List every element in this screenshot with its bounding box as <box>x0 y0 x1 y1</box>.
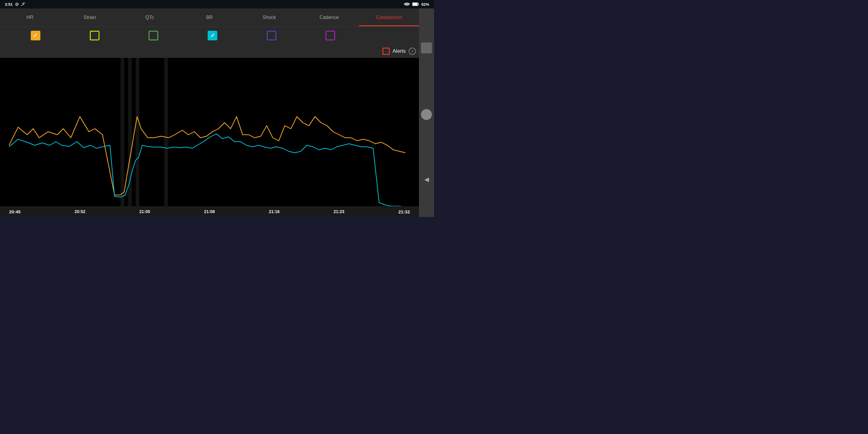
checkbox-shock-col <box>242 31 301 40</box>
svg-rect-3 <box>0 58 419 206</box>
side-panel: ◀ <box>419 8 434 217</box>
checkbox-strain-col <box>65 31 124 40</box>
alerts-label: Alerts <box>393 48 406 54</box>
checkbox-cadence[interactable] <box>326 31 335 40</box>
time-label-0: 20:45 <box>9 209 21 214</box>
svg-rect-5 <box>128 58 132 206</box>
alerts-row: Alerts i <box>0 44 434 58</box>
time-label-4: 21:16 <box>269 209 280 214</box>
checkbox-shock[interactable] <box>267 31 276 40</box>
checkbox-row: ✓ ✓ <box>0 27 434 44</box>
svg-rect-2 <box>418 4 419 5</box>
svg-rect-6 <box>135 58 139 206</box>
checkbox-hr-col: ✓ <box>6 31 65 40</box>
side-arrow-button[interactable]: ◀ <box>424 176 429 183</box>
battery-icon <box>412 2 419 6</box>
svg-rect-7 <box>164 58 168 206</box>
tab-qtc[interactable]: QTc <box>120 8 180 26</box>
time-label-6: 21:32 <box>398 209 410 214</box>
checkbox-cadence-col <box>301 31 360 40</box>
battery-percent: 92% <box>421 2 429 7</box>
chart-svg <box>0 58 419 206</box>
side-button-top[interactable] <box>421 42 432 53</box>
time-label-2: 21:00 <box>139 209 150 214</box>
time-label-5: 21:23 <box>334 209 344 214</box>
status-right: 92% <box>404 2 429 7</box>
status-left: 3:51 ⊙ 𝓕 <box>5 2 24 7</box>
wifi-icon <box>404 2 410 6</box>
time-label-1: 20:52 <box>74 209 85 214</box>
tab-shock[interactable]: Shock <box>239 8 299 26</box>
tab-strain[interactable]: Strain <box>60 8 120 26</box>
status-bar: 3:51 ⊙ 𝓕 92% <box>0 0 434 8</box>
checkbox-qtc-col <box>124 31 183 40</box>
side-circle-button[interactable] <box>421 109 432 120</box>
time-label-3: 21:08 <box>204 209 215 214</box>
alerts-checkbox[interactable] <box>382 48 390 55</box>
chart-area[interactable] <box>0 58 419 206</box>
checkbox-br-col: ✓ <box>183 31 242 40</box>
alerts-info-button[interactable]: i <box>409 48 416 55</box>
notification-icon-2: 𝓕 <box>21 2 24 7</box>
tab-bar: HR Strain QTc BR Shock Cadence Compariso… <box>0 8 434 27</box>
checkbox-qtc[interactable] <box>149 31 158 40</box>
time-axis: 20:45 20:52 21:00 21:08 21:16 21:23 21:3… <box>0 206 419 217</box>
time-display: 3:51 <box>5 2 13 7</box>
checkmark-br: ✓ <box>210 32 215 39</box>
checkmark-hr: ✓ <box>33 32 38 39</box>
svg-rect-4 <box>121 58 124 206</box>
notification-icon-1: ⊙ <box>15 2 19 7</box>
tab-comparison[interactable]: Comparison <box>359 8 419 26</box>
svg-rect-1 <box>412 3 417 5</box>
tab-br[interactable]: BR <box>180 8 240 26</box>
checkbox-hr[interactable]: ✓ <box>31 31 40 40</box>
checkbox-br[interactable]: ✓ <box>208 31 217 40</box>
tab-cadence[interactable]: Cadence <box>299 8 359 26</box>
tab-hr[interactable]: HR <box>0 8 60 26</box>
checkbox-strain[interactable] <box>90 31 99 40</box>
